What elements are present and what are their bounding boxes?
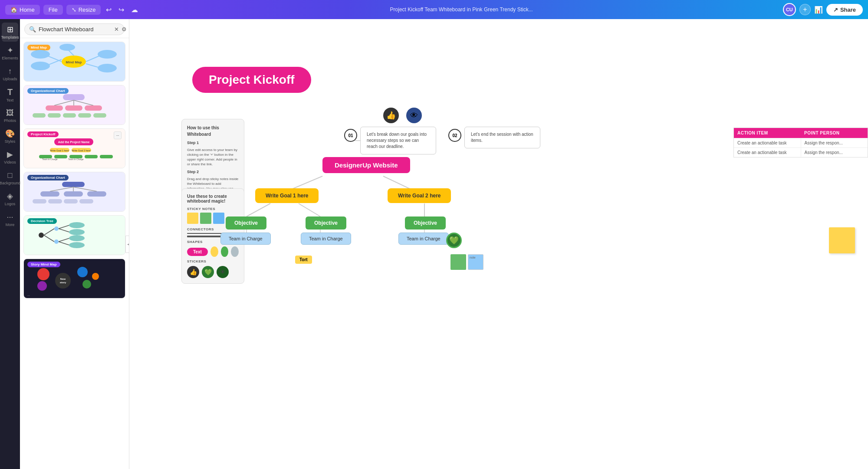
stickers-row: 👍 💚 👁 <box>187 266 239 278</box>
designer-up-node[interactable]: DesignerUp Website <box>322 157 410 173</box>
share-button[interactable]: ↗ Share <box>826 4 863 16</box>
svg-text:New: New <box>60 278 66 280</box>
step01-text: Let's break down our goals into necessar… <box>367 132 427 149</box>
svg-text:story: story <box>60 281 66 284</box>
yellow-sticky-canvas[interactable] <box>829 227 855 253</box>
goal2-box[interactable]: Write Goal 2 here <box>388 188 451 203</box>
template-card-decision[interactable]: Decision Tree <box>23 215 125 255</box>
template-card-mindmap[interactable]: Mind Map Mind Map <box>23 42 125 82</box>
objective1-box[interactable]: Objective <box>226 216 266 230</box>
action-row-2: Create an actionable task Assign the res… <box>734 148 868 157</box>
svg-point-7 <box>98 50 117 59</box>
svg-point-68 <box>92 273 99 280</box>
action-row1-col1: Create an actionable task <box>734 138 801 148</box>
sidebar-item-text[interactable]: T Text <box>2 85 18 104</box>
shapes-row: Text <box>187 246 239 257</box>
svg-point-5 <box>31 62 50 70</box>
template-card-projkick[interactable]: Project Kickoff ··· Add the Project Name… <box>23 128 125 168</box>
project-kickoff-title[interactable]: Project Kickoff <box>192 67 311 93</box>
step-01-circle: 01 <box>344 129 357 142</box>
cloud-save-button[interactable]: ☁ <box>129 4 140 16</box>
file-button[interactable]: File <box>43 5 63 15</box>
clear-search-icon[interactable]: ✕ <box>114 26 119 33</box>
svg-text:Add the Project Name: Add the Project Name <box>58 141 90 144</box>
team1-box[interactable]: Team in Charge <box>220 233 271 245</box>
whiteboard[interactable]: Project Kickoff How to use this Whiteboa… <box>129 19 868 469</box>
panel-collapse-button[interactable]: ◀ <box>125 236 129 253</box>
filter-icon[interactable]: ⚙ <box>122 26 127 33</box>
action-row2-col1: Create an actionable task <box>734 148 801 157</box>
sidebar-item-uploads[interactable]: ↑ Uploads <box>2 64 18 83</box>
undo-button[interactable]: ↩ <box>104 4 113 16</box>
sticky-blue <box>213 213 224 224</box>
svg-rect-41 <box>40 191 59 197</box>
step1-title: Step 1 <box>187 140 239 146</box>
svg-point-59 <box>69 235 85 241</box>
template-card-orgchart1[interactable]: Organizational Chart <box>23 85 125 125</box>
step-01-box: Let's break down our goals into necessar… <box>360 127 436 154</box>
howto-title: How to use this Whiteboard <box>187 125 239 138</box>
svg-rect-45 <box>48 199 62 203</box>
home-button[interactable]: 🏠 Home <box>5 5 40 15</box>
svg-rect-23 <box>93 113 106 118</box>
svg-rect-42 <box>64 191 83 197</box>
svg-rect-19 <box>33 113 46 118</box>
objective2-box[interactable]: Objective <box>306 216 346 230</box>
svg-rect-37 <box>62 182 85 187</box>
sidebar-item-styles[interactable]: 🎨 Styles <box>2 127 18 146</box>
action-table: ACTION ITEM POINT PERSON Create an actio… <box>733 128 868 157</box>
sidebar-item-videos[interactable]: ▶ Videos <box>2 148 18 167</box>
sticky-green <box>200 213 211 224</box>
svg-text:Team in Charge: Team in Charge <box>42 158 58 161</box>
svg-line-38 <box>50 187 73 191</box>
svg-rect-47 <box>79 199 93 203</box>
sidebar-item-background[interactable]: □ Background <box>2 168 18 187</box>
svg-point-65 <box>37 281 47 291</box>
template-card-orgchart2[interactable]: Organizational Chart <box>23 172 125 212</box>
document-title: Project Kickoff Team Whiteboard in Pink … <box>304 7 619 13</box>
svg-point-11 <box>59 44 75 51</box>
team3-box[interactable]: Team in Charge <box>398 233 449 245</box>
action-row2-col2: Assign the respon... <box>801 148 868 157</box>
action-col2-header: POINT PERSON <box>801 128 868 138</box>
svg-point-67 <box>82 280 91 289</box>
svg-point-60 <box>69 242 85 248</box>
greenheart-sticker: 💚 <box>446 233 462 248</box>
step01-label: 01 <box>348 133 353 138</box>
team2-box[interactable]: Team in Charge <box>301 233 351 245</box>
create-title: Use these to create whiteboard magic! <box>187 194 239 203</box>
svg-text:Write Goal 2 here: Write Goal 2 here <box>72 149 90 152</box>
objective3-box[interactable]: Objective <box>405 216 446 230</box>
sidebar-item-elements[interactable]: ✦ Elements <box>2 43 18 62</box>
action-table-header: ACTION ITEM POINT PERSON <box>734 128 868 138</box>
text-shape-button[interactable]: Text <box>187 248 208 256</box>
sidebar-item-photos[interactable]: 🖼 Photos <box>2 106 18 125</box>
templates-grid: Mind Map Mind Map <box>20 38 129 469</box>
sticker-heart: 💚 <box>202 266 214 278</box>
stickers-label: STICKERS <box>187 259 239 263</box>
template-card-storymind[interactable]: Story Mind Map New story ... <box>23 259 125 298</box>
svg-rect-44 <box>33 199 46 203</box>
sidebar-item-templates[interactable]: ⊞ Templates <box>2 23 18 42</box>
step-02-box: Let's end the session with action items. <box>464 127 540 148</box>
analytics-icon[interactable]: 📊 <box>814 6 823 14</box>
tort-label: Tort <box>295 256 312 264</box>
redo-button[interactable]: ↪ <box>117 4 126 16</box>
svg-text:Team in Charge: Team in Charge <box>68 158 84 161</box>
action-col1-header: ACTION ITEM <box>734 128 801 138</box>
svg-rect-17 <box>65 105 82 111</box>
svg-point-9 <box>98 64 117 72</box>
svg-rect-18 <box>85 105 102 111</box>
shape-gray-circle <box>231 246 239 257</box>
svg-line-13 <box>54 100 74 105</box>
sidebar-item-logos[interactable]: ◈ Logos <box>2 189 18 208</box>
story-mind-label: ... <box>27 293 30 296</box>
resize-button[interactable]: ⤡ Resize <box>66 5 101 15</box>
sidebar-item-more[interactable]: ··· More <box>2 210 18 229</box>
search-input[interactable] <box>39 26 112 33</box>
goal1-box[interactable]: Write Goal 1 here <box>255 188 319 203</box>
svg-point-48 <box>39 233 44 238</box>
svg-line-49 <box>44 229 54 235</box>
svg-line-15 <box>74 100 93 105</box>
add-collaborator-button[interactable]: + <box>799 4 811 15</box>
